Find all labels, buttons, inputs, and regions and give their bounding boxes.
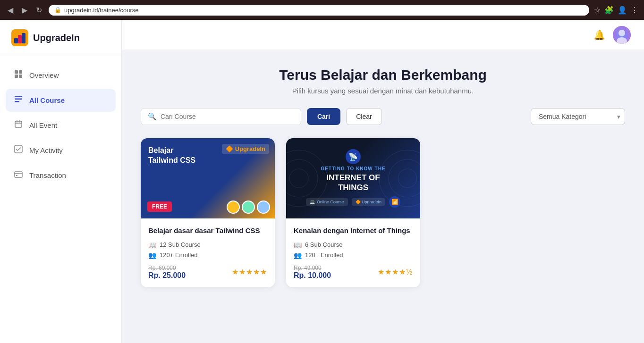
notification-bell[interactable]: 🔔 [593, 29, 605, 41]
people-icon-iot: 👥 [294, 251, 302, 259]
address-bar[interactable]: 🔒 upgradein.id/trainee/course [49, 5, 589, 16]
price-new-tailwind: Rp. 25.000 [148, 271, 186, 280]
content-area: Terus Belajar dan Berkembang Pilih kursu… [122, 50, 644, 343]
thumb-brand-label: 🔶 UpgradeIn [222, 144, 269, 154]
course-card-iot[interactable]: 📡 GETTING TO KNOW THE INTERNET OFTHINGS … [286, 138, 420, 287]
top-bar: 🔔 [122, 20, 644, 50]
price-old-tailwind: Rp. 69.000 [148, 265, 186, 271]
all-event-icon [13, 119, 24, 131]
enrolled-count-iot: 120+ Enrolled [305, 251, 343, 259]
clear-button[interactable]: Clear [346, 108, 381, 125]
lock-icon: 🔒 [54, 7, 61, 13]
thumbnail-iot: 📡 GETTING TO KNOW THE INTERNET OFTHINGS … [286, 138, 420, 218]
course-title-tailwind: Belajar dasar dasar Tailwind CSS [148, 226, 267, 235]
free-badge: FREE [147, 201, 172, 212]
iot-top-icon: 📡 [346, 149, 361, 164]
sidebar-item-all-course[interactable]: All Course [6, 89, 116, 112]
course-info-tailwind: Belajar dasar dasar Tailwind CSS 📖 12 Su… [141, 218, 275, 287]
my-activity-icon [13, 144, 24, 156]
all-course-icon [13, 94, 24, 106]
course-info-iot: Kenalan dengan Internet of Things 📖 6 Su… [286, 218, 420, 287]
svg-point-27 [398, 169, 417, 188]
svg-point-23 [286, 159, 318, 197]
browser-actions: ☆ 🧩 👤 ⋮ [594, 6, 638, 15]
profile-button[interactable]: 👤 [618, 6, 627, 15]
user-avatar[interactable] [613, 26, 631, 44]
price-new-iot: Rp. 10.000 [294, 271, 331, 280]
svg-rect-11 [15, 121, 22, 127]
iot-online-label: Online Course [317, 200, 344, 204]
browser-chrome: ◀ ▶ ↻ 🔒 upgradein.id/trainee/course ☆ 🧩 … [0, 0, 644, 20]
star-button[interactable]: ☆ [594, 6, 601, 15]
search-row: 🔍 Cari Clear Semua Kategori Web Developm… [141, 108, 625, 125]
overview-icon [13, 69, 24, 81]
sidebar-label-overview: Overview [29, 71, 59, 79]
thumb-tailwind-title: BelajarTailwind CSS [148, 146, 195, 166]
main-area: 🔔 Terus [122, 20, 644, 343]
transaction-icon [13, 169, 24, 181]
price-block-iot: Rp. 49.000 Rp. 10.000 [294, 265, 331, 280]
iot-main-title: INTERNET OFTHINGS [326, 173, 380, 192]
category-select[interactable]: Semua Kategori Web Development IoT Desig… [531, 108, 625, 125]
search-input[interactable] [161, 113, 294, 120]
avatar-img [613, 26, 631, 44]
back-button[interactable]: ◀ [6, 4, 15, 17]
menu-button[interactable]: ⋮ [631, 6, 638, 15]
sidebar-label-my-activity: My Activity [29, 146, 63, 154]
course-footer-tailwind: Rp. 69.000 Rp. 25.000 ★★★★★ [148, 265, 267, 280]
svg-rect-1 [14, 38, 18, 43]
extensions-button[interactable]: 🧩 [604, 6, 614, 15]
thumb-avatars [227, 201, 270, 214]
course-title-iot: Kenalan dengan Internet of Things [294, 226, 413, 235]
svg-point-20 [619, 30, 625, 36]
svg-rect-3 [22, 33, 25, 43]
course-card-tailwind[interactable]: BelajarTailwind CSS 🔶 UpgradeIn FREE [141, 138, 275, 287]
svg-point-26 [389, 159, 420, 197]
sub-course-count-iot: 6 Sub Course [305, 241, 343, 248]
sub-course-row-iot: 📖 6 Sub Course [294, 241, 413, 249]
sidebar-item-overview[interactable]: Overview [6, 64, 116, 87]
thumbnail-tailwind: BelajarTailwind CSS 🔶 UpgradeIn FREE [141, 138, 275, 218]
sidebar-item-my-activity[interactable]: My Activity [6, 139, 116, 162]
svg-point-24 [289, 169, 308, 188]
iot-label-getting: GETTING TO KNOW THE [321, 166, 385, 171]
sidebar-item-all-event[interactable]: All Event [6, 114, 116, 137]
svg-rect-4 [15, 70, 18, 74]
page-title: Terus Belajar dan Berkembang [141, 67, 625, 83]
category-select-wrap: Semua Kategori Web Development IoT Desig… [531, 108, 625, 125]
enrolled-row-iot: 👥 120+ Enrolled [294, 251, 413, 259]
rating-tailwind: ★★★★★ [232, 268, 267, 276]
sidebar-label-all-event: All Event [29, 121, 57, 129]
sidebar-label-transaction: Transaction [29, 171, 66, 179]
book-icon: 📖 [148, 241, 156, 249]
book-icon-iot: 📖 [294, 241, 302, 249]
iot-wifi-icon: 📶 [389, 196, 400, 208]
search-input-wrap: 🔍 [141, 108, 301, 125]
enrolled-count: 120+ Enrolled [160, 251, 198, 259]
svg-rect-16 [15, 172, 22, 177]
sidebar-label-all-course: All Course [29, 96, 65, 104]
forward-button[interactable]: ▶ [20, 4, 29, 17]
sub-course-row: 📖 12 Sub Course [148, 241, 267, 249]
course-meta-tailwind: 📖 12 Sub Course 👥 120+ Enrolled [148, 241, 267, 259]
price-block-tailwind: Rp. 69.000 Rp. 25.000 [148, 265, 186, 280]
svg-rect-8 [15, 96, 22, 97]
page-subtitle: Pilih kursus yang sesuai dengan minat da… [141, 87, 625, 95]
course-meta-iot: 📖 6 Sub Course 👥 120+ Enrolled [294, 241, 413, 259]
sidebar-item-transaction[interactable]: Transaction [6, 164, 116, 187]
people-icon: 👥 [148, 251, 156, 259]
svg-rect-5 [19, 70, 22, 74]
page-header: Terus Belajar dan Berkembang Pilih kursu… [141, 67, 625, 95]
sidebar-nav: Overview All Course All Event My Activit… [0, 56, 121, 194]
rating-iot: ★★★★½ [378, 268, 413, 276]
course-footer-iot: Rp. 49.000 Rp. 10.000 ★★★★½ [294, 265, 413, 280]
courses-grid: BelajarTailwind CSS 🔶 UpgradeIn FREE [141, 138, 566, 287]
refresh-button[interactable]: ↻ [34, 4, 44, 17]
svg-rect-9 [15, 99, 22, 100]
cari-button[interactable]: Cari [307, 108, 340, 125]
app-layout: UpgradeIn Overview All Course All Event [0, 20, 644, 343]
enrolled-row: 👥 120+ Enrolled [148, 251, 267, 259]
svg-rect-10 [15, 101, 19, 102]
sidebar: UpgradeIn Overview All Course All Event [0, 20, 122, 343]
search-icon: 🔍 [148, 112, 157, 121]
